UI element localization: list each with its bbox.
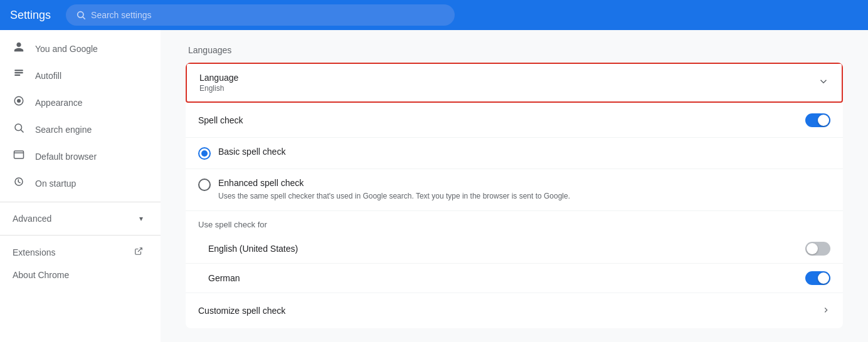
toggle-thumb [818, 115, 829, 126]
enhanced-spell-check-row: Enhanced spell check Uses the same spell… [186, 169, 843, 211]
chevron-down-icon: ▾ [139, 214, 143, 223]
search-icon [76, 10, 86, 20]
sidebar-divider [0, 202, 161, 202]
sidebar-item-you-and-google[interactable]: You and Google [0, 35, 156, 62]
enhanced-spell-check-radio[interactable] [198, 179, 211, 191]
sidebar-item-label: On startup [35, 179, 76, 189]
external-link-icon [134, 247, 143, 257]
search-bar [66, 4, 455, 26]
page-title: Settings [10, 9, 51, 22]
appearance-icon [13, 95, 25, 110]
sidebar-item-label: Search engine [35, 125, 92, 135]
layout: You and Google Autofill Appearance Searc… [0, 30, 868, 342]
spell-for-english-us-label: English (United States) [208, 244, 298, 254]
main-content: Languages Language English Spell check [161, 30, 868, 342]
spell-check-toggle[interactable] [805, 113, 830, 127]
language-value: English [199, 84, 238, 93]
topbar: Settings [0, 0, 868, 30]
language-label: Language [199, 73, 238, 83]
svg-rect-8 [14, 151, 24, 158]
enhanced-spell-check-sublabel: Uses the same spell checker that's used … [218, 190, 830, 202]
sidebar: You and Google Autofill Appearance Searc… [0, 30, 161, 342]
extensions-label: Extensions [13, 247, 55, 257]
svg-rect-2 [14, 70, 23, 71]
sidebar-item-about-chrome[interactable]: About Chrome [0, 264, 156, 286]
spell-for-german-label: German [208, 273, 240, 283]
sidebar-item-autofill[interactable]: Autofill [0, 62, 156, 89]
search-engine-icon [13, 122, 25, 137]
use-spell-check-for-label: Use spell check for [186, 211, 843, 234]
sidebar-item-appearance[interactable]: Appearance [0, 89, 156, 116]
sidebar-item-extensions[interactable]: Extensions [0, 241, 156, 264]
english-us-toggle[interactable] [805, 242, 830, 256]
svg-point-6 [15, 124, 22, 131]
sidebar-item-label: Autofill [35, 71, 61, 81]
default-browser-icon [13, 149, 25, 163]
basic-spell-check-text: Basic spell check [218, 147, 830, 157]
svg-rect-3 [14, 72, 23, 73]
sidebar-item-on-startup[interactable]: On startup [0, 170, 156, 197]
search-input[interactable] [91, 10, 445, 20]
customize-spell-check-label: Customize spell check [198, 306, 285, 316]
languages-card: Language English Spell check Basic spell… [186, 63, 843, 328]
sidebar-divider-2 [0, 235, 161, 236]
toggle-thumb-english [807, 243, 818, 254]
svg-rect-4 [14, 75, 20, 76]
language-row[interactable]: Language English [186, 63, 843, 103]
about-chrome-label: About Chrome [13, 270, 69, 280]
sidebar-item-search-engine[interactable]: Search engine [0, 116, 156, 143]
basic-spell-check-row: Basic spell check [186, 138, 843, 169]
person-icon [13, 41, 25, 56]
startup-icon [13, 176, 25, 190]
enhanced-spell-check-label: Enhanced spell check [218, 178, 830, 188]
spell-check-label: Spell check [198, 115, 243, 125]
svg-line-7 [21, 130, 23, 132]
sidebar-item-label: Appearance [35, 98, 83, 108]
chevron-right-icon [822, 306, 830, 316]
basic-spell-check-label: Basic spell check [218, 147, 830, 157]
sidebar-advanced-header[interactable]: Advanced ▾ [0, 207, 156, 230]
spell-for-german: German [186, 264, 843, 293]
svg-point-5 [17, 99, 21, 103]
svg-line-1 [83, 17, 85, 19]
chevron-down-icon [818, 76, 829, 90]
enhanced-spell-check-text: Enhanced spell check Uses the same spell… [218, 178, 830, 202]
german-toggle[interactable] [805, 271, 830, 285]
language-content: Language English [199, 73, 238, 93]
toggle-thumb-german [818, 272, 829, 284]
advanced-label: Advanced [13, 214, 51, 224]
autofill-icon [13, 68, 25, 83]
sidebar-item-label: You and Google [35, 44, 98, 54]
basic-spell-check-radio[interactable] [198, 147, 211, 160]
languages-section-title: Languages [186, 45, 843, 55]
svg-point-0 [78, 12, 83, 18]
svg-line-9 [138, 248, 142, 252]
sidebar-item-label: Default browser [35, 152, 97, 162]
sidebar-item-default-browser[interactable]: Default browser [0, 143, 156, 170]
spell-check-row: Spell check [186, 103, 843, 138]
spell-for-english-us: English (United States) [186, 234, 843, 264]
customize-spell-check-row[interactable]: Customize spell check [186, 293, 843, 328]
